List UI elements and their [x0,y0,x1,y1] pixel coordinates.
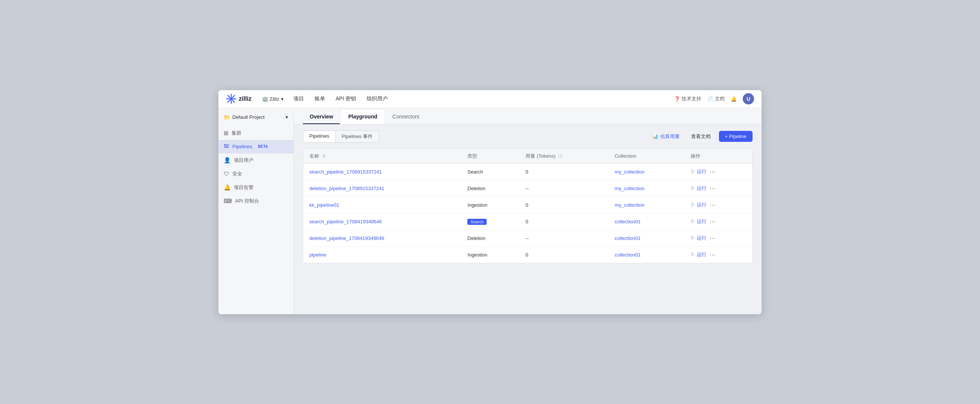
cell-name-5: pipeline [303,247,461,263]
view-docs-button[interactable]: 查看文档 [687,131,715,142]
run-button-3[interactable]: ▷ 运行 [690,218,707,225]
nav-item-orgusers[interactable]: 组织用户 [366,94,388,104]
type-label-0: Search [468,169,483,175]
pipeline-name-link-0[interactable]: search_pipeline_1708915337241 [309,169,382,175]
collection-link-0[interactable]: my_collection [615,169,645,175]
cell-name-2: kk_pipeline01 [303,197,461,213]
pipeline-name-link-3[interactable]: search_pipeline_1708419349646 [309,219,382,224]
type-label-5: Ingestion [468,252,487,258]
org-selector[interactable]: 🏢 Zilliz ▾ [259,95,287,103]
logo-text: zilliz [239,95,251,102]
cluster-icon: ⊞ [224,130,229,137]
logo-area[interactable]: zilliz [226,94,251,104]
run-button-1[interactable]: ▷ 运行 [690,185,707,192]
sidebar-item-pipelines[interactable]: Pipelines BETA [218,140,293,154]
cell-collection-4: collection01 [609,230,685,247]
tab-overview-label: Overview [310,113,333,119]
nav-item-billing[interactable]: 账单 [314,94,326,104]
cell-usage-4: -- [519,230,608,247]
sidebar-item-clusters[interactable]: ⊞ 集群 [218,126,293,140]
toolbar-right: 📊 估算用量 查看文档 + Pipeline [649,131,752,142]
pipeline-name-link-2[interactable]: kk_pipeline01 [309,202,339,208]
cell-usage-3: 0 [519,213,608,230]
cell-name-4: deletion_pipeline_1708419349646 [303,230,461,247]
col-header-collection: Collection [609,149,685,164]
run-button-0[interactable]: ▷ 运行 [690,168,707,175]
pipeline-name-link-5[interactable]: pipeline [309,252,326,258]
collection-link-1[interactable]: my_collection [615,186,645,191]
more-button-3[interactable]: ⋯ [710,218,716,225]
table-row: pipeline Ingestion 0 collection01 ▷ 运行 ⋯ [303,247,752,263]
sidebar-item-label-alerts: 项目告警 [234,184,253,191]
sidebar-item-alerts[interactable]: 🔔 项目告警 [218,181,293,194]
table-row: kk_pipeline01 Ingestion 0 my_collection … [303,197,752,213]
more-button-1[interactable]: ⋯ [710,185,716,192]
add-pipeline-button[interactable]: + Pipeline [719,131,752,142]
nav-item-apikey[interactable]: API 密钥 [335,94,357,104]
pipeline-name-link-1[interactable]: deletion_pipeline_1708915337241 [309,186,384,191]
more-button-2[interactable]: ⋯ [710,202,716,208]
sub-tab-pipelines[interactable]: Pipelines [303,130,336,143]
run-button-2[interactable]: ▷ 运行 [690,202,707,208]
sort-icon[interactable]: ⇅ [322,154,326,158]
sub-tab-pipelines-label: Pipelines [309,133,329,139]
sidebar-item-project-users[interactable]: 👤 项目用户 [218,154,293,167]
run-button-5[interactable]: ▷ 运行 [690,251,707,258]
cell-actions-1: ▷ 运行 ⋯ [685,180,752,197]
sidebar-item-api-console[interactable]: ⌨ API 控制台 [218,194,293,208]
chevron-down-icon: ▾ [281,96,284,102]
svg-point-0 [230,98,232,100]
tabs-bar: Overview Playground Connectors [294,108,762,124]
cell-collection-0: my_collection [609,163,685,180]
sub-tabs: Pipelines Pipelines 事件 [303,130,379,143]
top-nav: zilliz 🏢 Zilliz ▾ 项目 账单 API 密钥 组织用户 ❓ 技术… [218,90,762,108]
col-header-usage: 用量 (Tokens) ⓘ [519,149,608,164]
sub-tabs-row: Pipelines Pipelines 事件 📊 估算用量 查看文档 [303,130,752,143]
cell-type-1: Deletion [461,180,519,197]
inner-content: Pipelines Pipelines 事件 📊 估算用量 查看文档 [294,124,762,314]
more-button-0[interactable]: ⋯ [710,168,716,175]
docs-label: 文档 [715,95,725,102]
sub-tab-pipeline-events[interactable]: Pipelines 事件 [336,130,379,143]
collection-link-3[interactable]: collection01 [615,219,641,224]
cell-usage-0: 0 [519,163,608,180]
support-button[interactable]: ❓ 技术支持 [674,95,701,102]
notifications-button[interactable]: 🔔 [731,96,737,102]
estimate-button[interactable]: 📊 估算用量 [649,131,683,142]
cell-type-3: Search [461,213,519,230]
info-icon[interactable]: ⓘ [558,154,562,158]
pipeline-name-link-4[interactable]: deletion_pipeline_1708419349646 [309,235,384,241]
cell-type-5: Ingestion [461,247,519,263]
tab-playground[interactable]: Playground [341,110,384,124]
alert-icon: 🔔 [224,184,231,191]
document-icon: 📄 [707,96,713,102]
top-right: ❓ 技术支持 📄 文档 🔔 U [674,93,754,105]
shield-icon: 🛡 [224,170,229,177]
zilliz-logo-icon [226,94,237,104]
sidebar-nav: ⊞ 集群 Pipelines BETA 👤 项目用户 [218,125,293,208]
col-header-type: 类型 [461,149,519,164]
run-button-4[interactable]: ▷ 运行 [690,235,707,242]
more-button-4[interactable]: ⋯ [710,235,716,242]
cell-actions-5: ▷ 运行 ⋯ [685,247,752,263]
col-header-actions: 操作 [685,149,752,164]
collection-link-2[interactable]: my_collection [615,202,645,208]
folder-icon: 📁 [224,114,230,120]
chevron-down-icon: ▾ [286,114,288,120]
sidebar-item-security[interactable]: 🛡 安全 [218,167,293,181]
org-name: Zilliz [270,96,280,102]
collection-link-4[interactable]: collection01 [615,235,641,241]
console-icon: ⌨ [224,198,232,204]
more-button-5[interactable]: ⋯ [710,251,716,258]
nav-item-projects[interactable]: 项目 [293,94,305,104]
docs-button[interactable]: 📄 文档 [707,95,725,102]
project-selector[interactable]: 📁 Default Project ▾ [218,111,293,123]
tab-connectors[interactable]: Connectors [385,110,426,124]
type-label-2: Ingestion [468,202,487,208]
avatar[interactable]: U [743,93,754,105]
tab-overview[interactable]: Overview [303,110,340,124]
cell-actions-4: ▷ 运行 ⋯ [685,230,752,247]
estimate-label: 估算用量 [660,133,680,140]
collection-link-5[interactable]: collection01 [615,252,641,258]
cell-name-1: deletion_pipeline_1708915337241 [303,180,461,197]
